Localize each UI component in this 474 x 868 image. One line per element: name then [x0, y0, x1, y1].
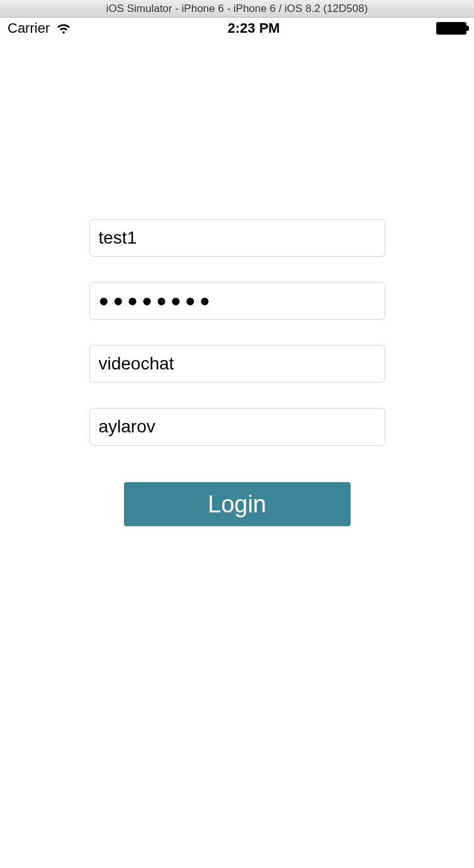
- password-field[interactable]: ●●●●●●●●: [89, 282, 385, 320]
- username-field[interactable]: [89, 219, 385, 257]
- password-mask: ●●●●●●●●: [99, 282, 214, 320]
- wifi-icon: [56, 23, 71, 34]
- window-title: iOS Simulator - iPhone 6 - iPhone 6 / iO…: [106, 3, 368, 15]
- status-bar: Carrier 2:23 PM: [0, 18, 474, 39]
- status-right: [436, 22, 466, 35]
- app-field[interactable]: [89, 345, 385, 383]
- device-screen: Carrier 2:23 PM ●●●●●●●● Login: [0, 18, 474, 868]
- window-titlebar: iOS Simulator - iPhone 6 - iPhone 6 / iO…: [0, 0, 474, 18]
- status-left: Carrier: [8, 20, 71, 37]
- clock: 2:23 PM: [228, 20, 280, 37]
- carrier-label: Carrier: [8, 20, 50, 37]
- battery-icon: [436, 22, 466, 35]
- login-button[interactable]: Login: [124, 482, 351, 526]
- account-field[interactable]: [89, 408, 385, 446]
- login-form: ●●●●●●●● Login: [0, 219, 474, 526]
